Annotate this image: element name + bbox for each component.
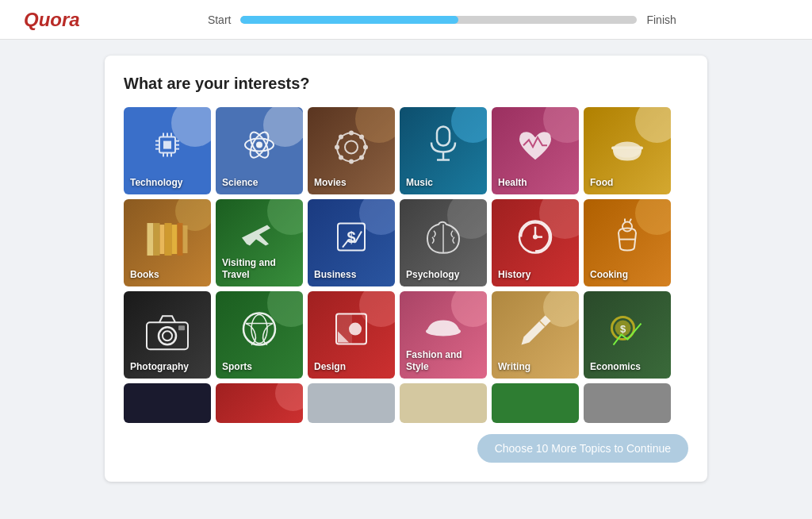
topic-label-sports: Sports	[222, 361, 252, 372]
progress-start-label: Start	[208, 13, 232, 26]
bowl-icon	[607, 128, 647, 167]
svg-rect-39	[183, 225, 188, 253]
topic-photography[interactable]: Photography	[124, 291, 211, 379]
topic-partial-6[interactable]	[584, 383, 671, 423]
svg-text:$: $	[620, 323, 626, 335]
svg-point-20	[349, 130, 354, 135]
svg-point-24	[339, 134, 343, 139]
progress-finish-label: Finish	[646, 13, 676, 26]
topic-label-science: Science	[222, 177, 258, 188]
topic-partial-4[interactable]	[400, 383, 487, 423]
svg-point-25	[359, 155, 364, 160]
continue-button[interactable]: Choose 10 More Topics to Continue	[477, 434, 688, 463]
topic-writing[interactable]: Writing	[492, 291, 579, 379]
topics-row-3: Photography Sports	[124, 291, 688, 379]
topic-history[interactable]: History	[492, 199, 579, 286]
svg-rect-38	[178, 223, 183, 256]
progress-bar-fill	[240, 16, 458, 24]
chip-icon	[147, 125, 187, 168]
topic-partial-3[interactable]	[308, 383, 395, 423]
svg-rect-33	[147, 223, 154, 256]
hat-icon	[423, 314, 464, 349]
topic-economics[interactable]: $ Economics	[584, 291, 671, 379]
coin-icon: $	[606, 309, 649, 356]
topic-sports[interactable]: Sports	[216, 291, 303, 379]
svg-point-21	[349, 159, 354, 163]
topic-food[interactable]: Food	[584, 107, 671, 194]
interests-card: What are your interests?	[105, 56, 707, 482]
cook-icon	[607, 217, 647, 260]
topic-psychology[interactable]: Psychology	[400, 199, 487, 286]
clock-icon	[515, 217, 555, 260]
svg-rect-36	[165, 223, 172, 256]
svg-point-22	[335, 144, 339, 149]
svg-point-50	[622, 222, 632, 232]
topic-label-business: Business	[314, 269, 356, 280]
svg-point-19	[345, 140, 358, 153]
topic-fashion[interactable]: Fashion and Style	[400, 291, 487, 379]
brain-icon	[423, 218, 464, 260]
topic-partial-5[interactable]	[492, 383, 579, 423]
topic-label-cooking: Cooking	[590, 269, 628, 280]
header: Quora Start Finish	[0, 0, 812, 40]
svg-rect-37	[172, 225, 178, 254]
topic-health[interactable]: Health	[492, 107, 579, 194]
topic-label-writing: Writing	[498, 361, 530, 372]
svg-point-49	[533, 235, 538, 240]
svg-point-55	[159, 327, 176, 344]
svg-point-26	[359, 134, 364, 139]
topic-label-health: Health	[498, 177, 527, 188]
topic-label-economics: Economics	[590, 361, 641, 372]
svg-rect-66	[434, 325, 453, 332]
svg-point-56	[163, 331, 172, 340]
topic-science[interactable]: Science	[216, 107, 303, 194]
topic-label-movies: Movies	[314, 177, 347, 188]
topic-partial-1[interactable]	[124, 383, 211, 423]
svg-line-53	[630, 219, 631, 222]
topics-row-1: Technology Science	[124, 107, 688, 194]
svg-point-14	[256, 142, 262, 148]
ball-icon	[239, 309, 279, 352]
topic-label-visiting: Visiting and Travel	[222, 257, 303, 280]
film-icon	[332, 128, 370, 169]
design-icon	[331, 309, 371, 352]
topic-business[interactable]: $ Business	[308, 199, 395, 286]
topic-label-design: Design	[314, 361, 346, 372]
svg-rect-57	[178, 325, 185, 330]
topic-books[interactable]: Books	[124, 199, 211, 286]
svg-point-27	[339, 155, 343, 160]
topic-design[interactable]: Design	[308, 291, 395, 379]
pen-icon	[514, 309, 557, 356]
button-area: Choose 10 More Topics to Continue	[124, 434, 688, 463]
progress-bar	[240, 16, 637, 24]
topic-movies[interactable]: Movies	[308, 107, 395, 194]
svg-point-63	[349, 323, 362, 336]
topic-label-psychology: Psychology	[406, 269, 459, 280]
topic-technology[interactable]: Technology	[124, 107, 211, 194]
topic-label-music: Music	[406, 177, 433, 188]
topic-music[interactable]: Music	[400, 107, 487, 194]
svg-rect-32	[611, 147, 643, 150]
chart-icon: $	[331, 217, 371, 260]
topic-label-technology: Technology	[130, 177, 182, 188]
main-content: What are your interests?	[0, 40, 812, 498]
topic-cooking[interactable]: Cooking	[584, 199, 671, 286]
svg-line-44	[355, 232, 362, 243]
topic-label-photography: Photography	[130, 361, 189, 372]
book-icon	[146, 221, 190, 260]
logo: Quora	[24, 9, 80, 31]
plane-icon	[239, 222, 280, 257]
svg-rect-34	[154, 223, 160, 256]
topic-visiting[interactable]: Visiting and Travel	[216, 199, 303, 286]
mic-icon	[427, 125, 459, 168]
svg-point-58	[243, 313, 275, 345]
topics-row-partial	[124, 383, 688, 423]
svg-rect-35	[160, 225, 165, 254]
topic-label-food: Food	[590, 177, 613, 188]
atom-icon	[239, 125, 279, 168]
camera-icon	[144, 311, 191, 354]
topic-partial-2[interactable]	[216, 383, 303, 423]
page-title: What are your interests?	[124, 75, 688, 93]
heart-icon	[515, 128, 555, 166]
progress-area: Start Finish	[96, 13, 788, 26]
